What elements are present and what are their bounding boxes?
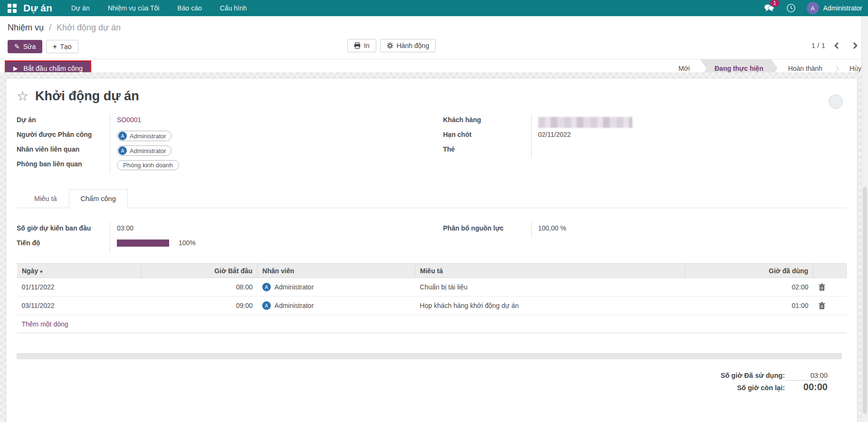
field-department: Phòng ban liên quan Phòng kinh doanh [17,158,420,173]
stage-separator-chevron [833,66,839,72]
cell-start: 08:00 [141,278,257,297]
tab-mieu-ta[interactable]: Miêu tả [22,189,69,208]
field-planned-hours: Số giờ dự kiến ban đầu 03:00 [17,222,420,237]
customer-redacted-value [538,117,632,128]
cell-employee: Administrator [275,283,314,291]
breadcrumb-current: Khởi động dự án [57,23,121,32]
horizontal-scrollbar[interactable] [17,353,842,359]
task-form-card: ☆ Khởi động dự án Dự án SO0001 Người đượ… [6,78,858,422]
planned-hours-value: 03:00 [110,222,420,237]
timesheet-row[interactable]: 03/11/2022 09:00 A Administrator Họp khá… [17,297,847,315]
deadline-value: 02/11/2022 [531,129,847,144]
timesheet-tab-pane: Số giờ dự kiến ban đầu 03:00 Tiến độ 100… [17,208,847,393]
content-background: ☆ Khởi động dự án Dự án SO0001 Người đượ… [0,72,861,422]
field-assignee: Người được Phân công A Administrator [17,129,420,144]
project-link[interactable]: SO0001 [117,116,141,124]
pager-counter: 1 / 1 [811,41,825,49]
hours-remaining-value: 00:00 [785,380,828,393]
tab-cham-cong[interactable]: Chấm công [69,189,128,208]
sort-desc-icon: ▾ [40,269,42,274]
field-project: Dự án SO0001 [17,114,420,129]
timesheet-table: Ngày ▾ Giờ Bắt đầu Nhân viên Miêu tả Giờ… [17,263,847,333]
progress-text: 100% [179,239,196,247]
cell-hours: 01:00 [685,297,813,315]
field-employee: Nhân viên liên quan A Administrator [17,144,420,158]
pager-previous-icon[interactable] [831,40,841,51]
nav-item-bao-cao[interactable]: Báo cáo [177,4,201,12]
cell-description: Họp khách hàng khởi động dự án [415,297,685,315]
app-brand[interactable]: Dự án [23,2,52,14]
task-title: Khởi động dự án [35,89,139,104]
edit-button[interactable]: ✎ Sửa [8,40,42,53]
field-customer: Khách hàng [443,114,847,129]
action-button[interactable]: Hành động [380,39,436,52]
cell-employee: Administrator [275,302,314,309]
row-employee-avatar: A [262,283,271,291]
column-header-nhan-vien[interactable]: Nhân viên [258,264,415,278]
field-allocation: Phân bổ nguồn lực 100,00 % [443,222,847,237]
timesheet-row[interactable]: 01/11/2022 08:00 A Administrator Chuẩn b… [17,278,847,297]
play-icon: ▶ [13,65,18,72]
table-header-row: Ngày ▾ Giờ Bắt đầu Nhân viên Miêu tả Giờ… [17,264,847,278]
hours-remaining-label: Số giờ còn lại: [737,384,785,392]
assignee-avatar: A [118,132,127,140]
notebook-tabs: Miêu tả Chấm công [17,189,847,208]
nav-item-cau-hinh[interactable]: Cấu hình [220,4,247,12]
progress-bar [117,240,169,247]
cell-start: 09:00 [141,297,257,315]
hours-used-value: 03:00 [785,371,828,380]
activities-clock-icon[interactable] [785,2,797,14]
column-header-gio-da-dung[interactable]: Giờ đã dùng [685,264,813,278]
breadcrumb: Nhiệm vụ / Khởi động dự án [8,23,860,33]
vertical-scrollbar-track [861,16,868,422]
breadcrumb-separator: / [49,23,51,32]
user-name: Administrator [823,4,862,12]
nav-item-du-an[interactable]: Dự án [71,4,90,12]
progress-fill [117,240,169,247]
gear-icon [387,42,393,49]
pencil-icon: ✎ [14,43,20,50]
employee-pill[interactable]: A Administrator [117,145,172,156]
print-button[interactable]: In [347,39,376,52]
user-avatar: A [807,2,819,14]
pager-next-icon[interactable] [850,40,860,51]
cell-date: 03/11/2022 [17,297,142,315]
hours-used-label: Số giờ Đã sử dụng: [721,372,785,379]
cell-description: Chuẩn bị tài liệu [415,278,685,297]
employee-avatar: A [118,146,127,155]
messages-icon[interactable]: 1 [763,2,775,14]
control-panel: Nhiệm vụ / Khởi động dự án ✎ Sửa + Tạo I… [0,16,868,59]
form-right-column: Khách hàng Hạn chót 02/11/2022 Thẻ [443,114,847,173]
top-navbar: Dự án Dự án Nhiệm vụ của Tôi Báo cáo Cấu… [0,0,868,16]
field-deadline: Hạn chót 02/11/2022 [443,129,847,144]
hours-summary: Số giờ Đã sử dụng: 03:00 Số giờ còn lại:… [17,371,847,393]
apps-grid-icon[interactable] [8,4,17,13]
form-left-column: Dự án SO0001 Người được Phân công A Admi… [17,114,420,173]
column-header-actions [813,264,847,278]
field-progress: Tiến độ 100% [17,237,420,252]
plus-icon: + [53,43,57,50]
row-employee-avatar: A [262,301,271,310]
add-line-row: Thêm một dòng [17,315,847,333]
column-header-mieu-ta[interactable]: Miêu tả [415,264,685,278]
delete-row-icon[interactable] [818,302,826,309]
cell-hours: 02:00 [685,278,813,297]
assignee-pill[interactable]: A Administrator [117,131,172,141]
department-pill[interactable]: Phòng kinh doanh [117,160,179,170]
breadcrumb-parent[interactable]: Nhiệm vụ [8,23,44,32]
column-header-ngay[interactable]: Ngày ▾ [17,264,142,278]
printer-icon [354,42,361,49]
favorite-star-icon[interactable]: ☆ [17,90,29,103]
column-header-gio-bat-dau[interactable]: Giờ Bắt đầu [141,264,257,278]
nav-item-nhiem-vu-cua-toi[interactable]: Nhiệm vụ của Tôi [108,4,160,12]
delete-row-icon[interactable] [818,284,826,291]
vertical-scrollbar-thumb[interactable] [863,187,867,414]
add-line-link[interactable]: Thêm một dòng [22,320,68,328]
create-button[interactable]: + Tạo [46,40,78,53]
user-menu[interactable]: A Administrator [807,2,862,14]
field-tags: Thẻ [443,144,847,158]
messages-count-badge: 1 [770,0,779,7]
allocation-value: 100,00 % [531,222,847,237]
kanban-state-icon[interactable] [829,95,843,109]
tags-value [531,144,847,158]
